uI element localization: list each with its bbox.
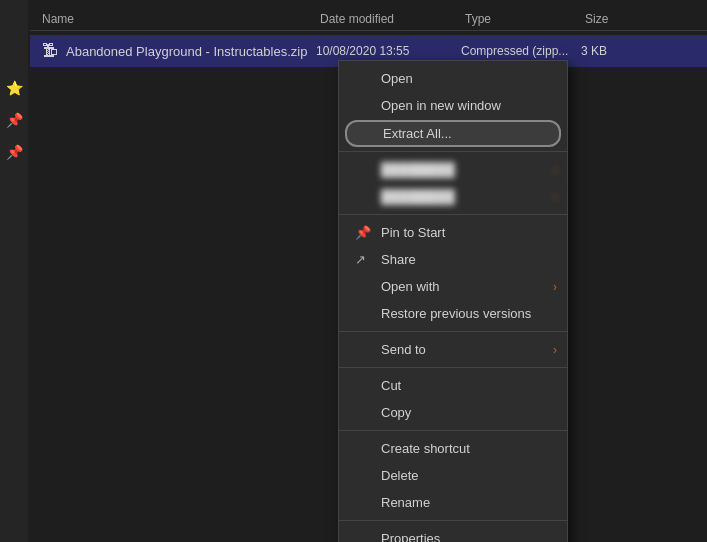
menu-item-create_shortcut[interactable]: Create shortcut [339,435,567,462]
separator-after-blurred2 [339,214,567,215]
menu-label-pin_to_start: Pin to Start [381,225,445,240]
menu-label-restore_previous: Restore previous versions [381,306,531,321]
menu-label-open: Open [381,71,413,86]
menu-item-blurred2[interactable]: ████████› [339,183,567,210]
sidebar: ⭐ 📌 📌 [0,0,28,542]
sidebar-icon-2[interactable]: 📌 [6,112,23,128]
menu-label-extract_all: Extract All... [383,126,452,141]
menu-item-copy[interactable]: Copy [339,399,567,426]
menu-item-delete[interactable]: Delete [339,462,567,489]
file-size: 3 KB [581,44,651,58]
table-header: Name Date modified Type Size [30,8,707,31]
column-header-name[interactable]: Name [30,12,320,26]
menu-label-delete: Delete [381,468,419,483]
menu-label-blurred1: ████████ [381,162,455,177]
column-header-size[interactable]: Size [585,12,655,26]
menu-label-create_shortcut: Create shortcut [381,441,470,456]
menu-item-send_to[interactable]: Send to› [339,336,567,363]
menu-item-restore_previous[interactable]: Restore previous versions [339,300,567,327]
menu-icon-pin_to_start: 📌 [355,225,375,240]
chevron-icon-send_to: › [553,343,557,357]
menu-label-rename: Rename [381,495,430,510]
menu-label-blurred2: ████████ [381,189,455,204]
menu-label-send_to: Send to [381,342,426,357]
chevron-icon-blurred1: › [553,163,557,177]
menu-item-open[interactable]: Open [339,65,567,92]
chevron-icon-open_with: › [553,280,557,294]
menu-label-open_with: Open with [381,279,440,294]
menu-item-open_with[interactable]: Open with› [339,273,567,300]
column-header-type[interactable]: Type [465,12,585,26]
column-header-date[interactable]: Date modified [320,12,465,26]
separator-after-restore_previous [339,331,567,332]
menu-label-open_new_window: Open in new window [381,98,501,113]
menu-item-blurred1[interactable]: ████████› [339,156,567,183]
menu-item-extract_all[interactable]: Extract All... [345,120,561,147]
separator-after-send_to [339,367,567,368]
sidebar-icon-3[interactable]: 📌 [6,144,23,160]
chevron-icon-blurred2: › [553,190,557,204]
separator-after-extract_all [339,151,567,152]
menu-label-cut: Cut [381,378,401,393]
menu-item-cut[interactable]: Cut [339,372,567,399]
menu-item-pin_to_start[interactable]: 📌Pin to Start [339,219,567,246]
menu-item-rename[interactable]: Rename [339,489,567,516]
file-date: 10/08/2020 13:55 [316,44,461,58]
menu-label-copy: Copy [381,405,411,420]
sidebar-icon-1[interactable]: ⭐ [6,80,23,96]
menu-label-share: Share [381,252,416,267]
menu-item-properties[interactable]: Properties [339,525,567,542]
menu-icon-share: ↗ [355,252,375,267]
file-icon: 🗜 [40,41,60,61]
separator-after-rename [339,520,567,521]
menu-label-properties: Properties [381,531,440,542]
file-name: Abandoned Playground - Instructables.zip [66,44,316,59]
file-type: Compressed (zipp... [461,44,581,58]
separator-after-copy [339,430,567,431]
menu-item-open_new_window[interactable]: Open in new window [339,92,567,119]
menu-item-share[interactable]: ↗Share [339,246,567,273]
context-menu: OpenOpen in new windowExtract All...████… [338,60,568,542]
